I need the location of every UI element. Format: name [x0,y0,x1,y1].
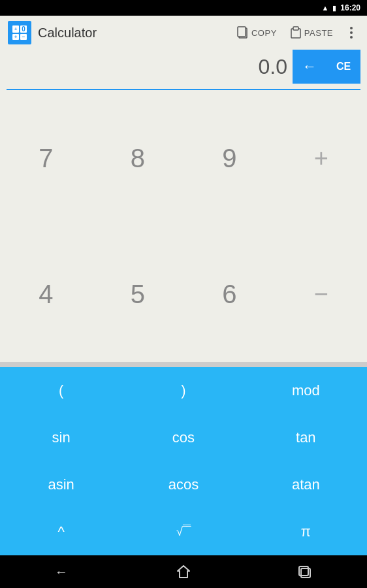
numpad-row-1: 7 8 9 + [0,90,367,226]
scientific-panel: ( ) mod sin cos tan asin acos atan ^ √‾‾… [0,367,367,555]
recents-icon [298,564,313,579]
btn-sqrt[interactable]: √‾‾ [122,508,244,555]
app-title: Calculator [38,25,227,41]
display-area: 0.0 ← CE [0,50,367,89]
backspace-icon: ← [302,58,317,75]
icon-cell-br: − [20,34,27,40]
sci-row-4: ^ √‾‾ π [0,508,367,555]
copy-label: COPY [251,28,277,38]
home-button[interactable] [164,559,203,585]
app-icon-inner: + 0 + − [12,25,27,40]
btn-6[interactable]: 6 [184,226,276,362]
overflow-dot-1 [350,27,353,29]
wifi-icon: ▲ [321,4,328,12]
btn-4[interactable]: 4 [0,226,92,362]
copy-icon [237,26,249,39]
ce-button[interactable]: CE [327,50,360,84]
home-icon [176,564,191,579]
btn-7[interactable]: 7 [0,90,92,226]
nav-bar: ← [0,555,367,588]
ce-label: CE [336,61,351,73]
icon-cell-bl: + [12,34,19,40]
btn-power[interactable]: ^ [0,508,122,555]
svg-rect-1 [238,27,246,37]
icon-cell-tl: + [12,25,19,33]
icon-cell-tr: 0 [20,25,27,33]
copy-button[interactable]: COPY [233,24,281,42]
btn-mod[interactable]: mod [245,367,367,414]
app-header: + 0 + − Calculator COPY [0,16,367,50]
btn-atan[interactable]: atan [245,461,367,508]
status-bar: ▲ ▮ 16:20 [0,0,367,16]
back-icon: ← [55,564,68,580]
app-container: + 0 + − Calculator COPY [0,16,367,555]
paste-button[interactable]: PASTE [286,24,337,42]
btn-open-paren[interactable]: ( [0,367,122,414]
btn-close-paren[interactable]: ) [122,367,244,414]
btn-minus[interactable]: − [276,226,368,362]
sci-row-3: asin acos atan [0,461,367,508]
status-time: 16:20 [340,3,360,12]
btn-plus[interactable]: + [276,90,368,226]
svg-marker-4 [178,566,189,578]
display-value: 0.0 [7,55,293,79]
battery-icon: ▮ [332,4,336,12]
app-icon: + 0 + − [8,21,31,44]
overflow-dot-3 [350,36,353,39]
recents-button[interactable] [286,559,325,585]
btn-tan[interactable]: tan [245,414,367,461]
overflow-dot-2 [350,31,353,34]
paste-icon [290,26,302,39]
paste-label: PASTE [304,28,333,38]
back-button[interactable]: ← [42,559,81,585]
btn-cos[interactable]: cos [122,414,244,461]
sci-row-1: ( ) mod [0,367,367,414]
btn-5[interactable]: 5 [92,226,184,362]
btn-asin[interactable]: asin [0,461,122,508]
overflow-menu-button[interactable] [343,25,359,41]
btn-8[interactable]: 8 [92,90,184,226]
backspace-button[interactable]: ← [293,50,327,84]
numpad: 7 8 9 + 4 5 6 − [0,90,367,362]
sci-row-2: sin cos tan [0,414,367,461]
numpad-row-2: 4 5 6 − [0,226,367,362]
btn-acos[interactable]: acos [122,461,244,508]
btn-9[interactable]: 9 [184,90,276,226]
btn-pi[interactable]: π [245,508,367,555]
btn-sin[interactable]: sin [0,414,122,461]
scroll-divider [0,362,367,367]
svg-rect-3 [293,27,298,30]
header-actions: COPY PASTE [233,24,359,42]
